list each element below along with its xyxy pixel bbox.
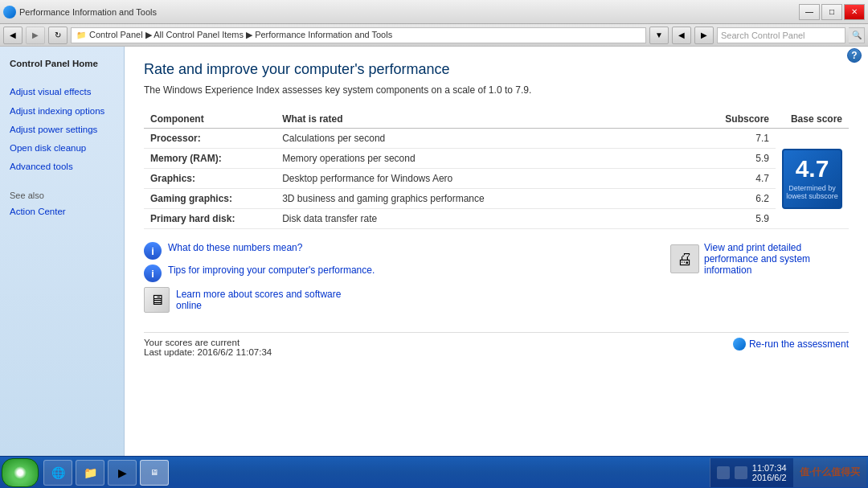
watermark-text: 值·什么值得买 [800,465,860,479]
back-button[interactable]: ◀ [3,27,23,44]
rerun-link[interactable]: Re-run the assessment [749,338,849,350]
taskbar-active-button[interactable]: 🖥 [140,460,169,486]
dropdown-button[interactable]: ▼ [649,27,669,44]
sidebar-home[interactable]: Control Panel Home [0,55,124,73]
info-row-learn: 🖥 Learn more about scores and software o… [144,287,375,313]
help-button[interactable]: ? [847,48,862,63]
info-row-tips: i Tips for improving your computer's per… [144,265,375,282]
page-subtitle: The Windows Experience Index assesses ke… [144,84,849,96]
row-component: Memory (RAM): [144,149,276,169]
row-component: Processor: [144,129,276,149]
rerun-area: Re-run the assessment [733,338,849,351]
nav-next-button[interactable]: ▶ [694,27,714,44]
print-area: 🖨 View and print detailed performance an… [670,242,849,276]
row-subscore: 5.9 [698,149,776,169]
status-text: Your scores are current Last update: 201… [144,338,272,357]
address-bar[interactable]: 📁 Control Panel ▶ All Control Panel Item… [71,27,646,43]
view-print-link[interactable]: View and print detailed performance and … [704,242,849,276]
search-button[interactable]: 🔍 [849,27,865,43]
table-row: Primary hard disk: Disk data transfer ra… [144,209,849,229]
window-controls: — □ ✕ [799,4,865,20]
row-subscore: 5.9 [698,209,776,229]
sidebar-item-advanced[interactable]: Advanced tools [0,158,124,176]
performance-table: Component What is rated Subscore Base sc… [144,110,849,229]
score-label: Determined by lowest subscore [784,184,841,200]
sidebar-nav: Adjust visual effects Adjust indexing op… [0,83,124,176]
row-description: Disk data transfer rate [276,209,698,229]
breadcrumb-text: Control Panel ▶ All Control Panel Items … [89,30,392,40]
tips-link[interactable]: Tips for improving your computer's perfo… [168,265,375,276]
row-component: Primary hard disk: [144,209,276,229]
sidebar: Control Panel Home Adjust visual effects… [0,47,125,456]
info-section: i What do these numbers mean? i Tips for… [144,242,849,318]
watermark: 值·什么值得买 [793,458,866,487]
score-number: 4.7 [796,157,829,181]
table-row: Gaming graphics: 3D business and gaming … [144,189,849,209]
table-row: Graphics: Desktop performance for Window… [144,169,849,189]
see-also-title: See also [0,188,124,203]
addressbar: ◀ ▶ ↻ 📁 Control Panel ▶ All Control Pane… [0,24,868,47]
taskbar: 🌐 📁 ▶ 🖥 11:07:34 2016/6/2 值·什么值得买 [0,456,868,488]
content-area: Rate and improve your computer's perform… [125,47,868,456]
table-row: Memory (RAM): Memory operations per seco… [144,149,849,169]
score-box: 4.7 Determined by lowest subscore [782,149,842,209]
help-links: i What do these numbers mean? i Tips for… [144,242,375,318]
row-subscore: 6.2 [698,189,776,209]
base-score-cell: 4.7 Determined by lowest subscore [776,129,849,229]
row-description: 3D business and gaming graphics performa… [276,189,698,209]
row-component: Gaming graphics: [144,189,276,209]
numbers-meaning-link[interactable]: What do these numbers mean? [168,242,302,253]
row-description: Calculations per second [276,129,698,149]
row-description: Desktop performance for Windows Aero [276,169,698,189]
row-component: Graphics: [144,169,276,189]
learn-link[interactable]: Learn more about scores and software onl… [176,289,341,311]
start-orb [14,466,27,479]
refresh-button[interactable]: ↻ [48,27,68,44]
rerun-icon [733,338,746,351]
see-also-section: See also Action Center [0,188,124,221]
info-icon: i [144,265,162,282]
status-bar: Your scores are current Last update: 201… [144,332,849,357]
printer-icon: 🖨 [670,244,699,273]
search-placeholder: Search Control Panel [721,31,805,40]
col-subscore: Subscore [698,110,776,129]
title-text: Performance Information and Tools [19,7,157,17]
sidebar-item-disk[interactable]: Open disk cleanup [0,139,124,158]
sidebar-item-power[interactable]: Adjust power settings [0,121,124,139]
col-component: Component [144,110,276,129]
start-button[interactable] [2,458,39,487]
tray-icon-2 [735,466,747,479]
row-subscore: 7.1 [698,129,776,149]
info-row-numbers: i What do these numbers mean? [144,242,375,260]
taskbar-folder-button[interactable]: 📁 [76,460,104,486]
maximize-button[interactable]: □ [821,4,842,20]
learn-text: Learn more about scores and software onl… [176,289,341,311]
sidebar-item-visual-effects[interactable]: Adjust visual effects [0,83,124,101]
tray-icon-1 [717,466,730,479]
taskbar-media-button[interactable]: ▶ [108,460,137,486]
main-area: Control Panel Home Adjust visual effects… [0,47,868,456]
forward-button[interactable]: ▶ [26,27,45,44]
page-title: Rate and improve your computer's perform… [144,61,849,78]
system-tray: 11:07:34 2016/6/2 [710,458,793,487]
taskbar-ie-button[interactable]: 🌐 [43,460,72,486]
table-row: Processor: Calculations per second 7.1 4… [144,129,849,149]
minimize-button[interactable]: — [799,4,820,20]
nav-prev-button[interactable]: ◀ [672,27,691,44]
sidebar-item-indexing[interactable]: Adjust indexing options [0,102,124,121]
sidebar-item-action-center[interactable]: Action Center [0,203,124,221]
col-base-score: Base score [776,110,849,129]
row-description: Memory operations per second [276,149,698,169]
titlebar: Performance Information and Tools — □ ✕ [0,0,868,24]
close-button[interactable]: ✕ [844,4,865,20]
learn-icon: 🖥 [144,287,170,313]
info-icon: i [144,242,162,260]
row-subscore: 4.7 [698,169,776,189]
tray-datetime: 11:07:34 2016/6/2 [752,463,787,482]
search-box[interactable]: Search Control Panel [717,27,845,43]
col-what-rated: What is rated [276,110,698,129]
